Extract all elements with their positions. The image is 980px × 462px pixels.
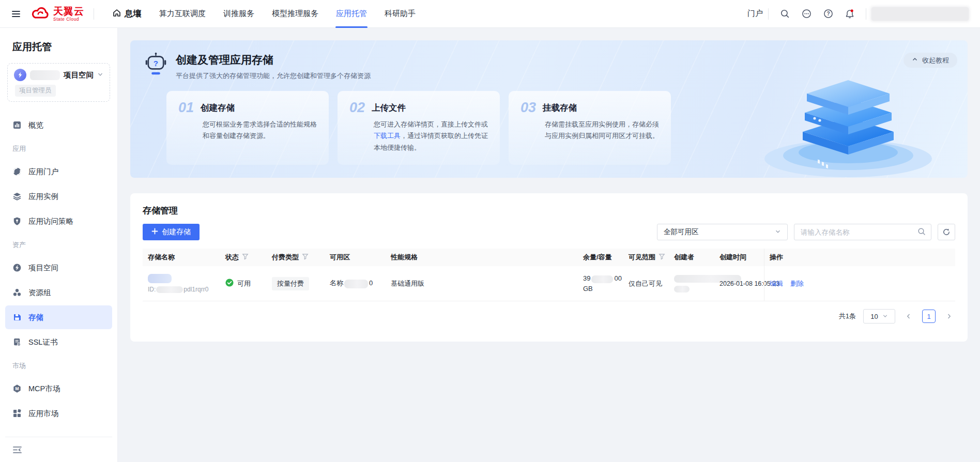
col-status: 状态 xyxy=(220,249,267,266)
project-name-suffix: 项目空间 xyxy=(64,70,94,80)
sidebar-item-overview[interactable]: 概览 xyxy=(5,113,112,137)
robot-help-icon: ? xyxy=(144,52,168,79)
pagination: 共1条 10 1 xyxy=(143,309,955,324)
nav-item-training[interactable]: 训推服务 xyxy=(215,0,263,28)
pay-type-tag: 按量付费 xyxy=(272,277,309,290)
storage-id-redacted xyxy=(156,286,183,293)
svg-text:?: ? xyxy=(826,11,830,17)
sidebar-footer xyxy=(5,437,112,457)
next-page-icon[interactable] xyxy=(943,310,955,322)
nav-item-xirang[interactable]: 息壤 xyxy=(103,0,150,28)
search-icon[interactable] xyxy=(917,227,926,237)
sidebar-item-ssl[interactable]: SSL证书 xyxy=(5,330,112,354)
col-visibility: 可见范围 xyxy=(623,249,669,266)
filter-icon[interactable] xyxy=(302,253,309,261)
col-created-time: 创建时间 xyxy=(714,249,764,266)
delete-link[interactable]: 删除 xyxy=(790,279,804,288)
sidebar-item-mcp-market[interactable]: M MCP市场 xyxy=(5,377,112,401)
notification-bell-icon[interactable] xyxy=(843,7,857,21)
capacity-redacted xyxy=(591,275,613,283)
sidebar-item-app-instance[interactable]: 应用实例 xyxy=(5,184,112,208)
step-description: 您可进入存储详情页，直接上传文件或下载工具，通过详情页获取的上传凭证本地便捷传输… xyxy=(374,119,488,153)
sidebar-item-resource-group[interactable]: 资源组 xyxy=(5,281,112,304)
filter-icon[interactable] xyxy=(242,253,249,261)
brand-logo[interactable]: 天翼云 State Cloud xyxy=(31,6,84,22)
storage-toolbar: 创建存储 全部可用区 xyxy=(143,224,955,240)
cell-visibility: 仅自己可见 xyxy=(623,279,669,288)
step-number: 01 xyxy=(178,101,194,115)
cell-storage-name: ID:pdl1rqrr0 xyxy=(143,274,220,293)
zone-filter-select[interactable]: 全部可用区 xyxy=(657,224,788,240)
hexagon-m-icon: M xyxy=(12,384,22,393)
chevron-down-icon xyxy=(882,313,888,320)
zone-redacted xyxy=(344,280,368,288)
page-size-select[interactable]: 10 xyxy=(863,309,895,324)
help-icon[interactable]: ? xyxy=(821,7,835,21)
lightning-circle-icon xyxy=(12,263,22,272)
user-account-redacted[interactable] xyxy=(871,7,969,21)
svg-text:?: ? xyxy=(154,59,158,68)
nav-item-hosting[interactable]: 应用托管 xyxy=(327,0,376,28)
edit-link[interactable]: 编辑 xyxy=(770,279,783,288)
storage-management-card: 存储管理 创建存储 全部可用区 xyxy=(130,193,968,342)
storage-name-redacted[interactable] xyxy=(148,274,172,283)
cell-created-time: 2026-01-08 16:05:23 xyxy=(714,280,764,287)
chevron-down-icon xyxy=(775,228,781,236)
col-name: 存储名称 xyxy=(143,249,220,266)
col-pay-type: 付费类型 xyxy=(267,249,325,266)
navbar-right: 门户 ? xyxy=(747,7,969,21)
step-card-create: 01创建存储 您可根据业务需求选择合适的性能规格和容量创建存储资源。 xyxy=(166,91,329,165)
project-space-selector[interactable]: 项目空间 项目管理员 xyxy=(7,63,110,102)
hamburger-menu-icon[interactable] xyxy=(9,7,23,21)
project-role-badge: 项目管理员 xyxy=(15,85,56,97)
step-card-mount: 03挂载存储 存储需挂载至应用实例使用，存储必须与应用实例归属相同可用区才可挂载… xyxy=(509,91,671,165)
search-icon[interactable] xyxy=(777,7,792,21)
project-name-redacted xyxy=(30,70,60,80)
sidebar-item-app-market[interactable]: 应用市场 xyxy=(5,402,112,425)
svg-text:M: M xyxy=(15,386,19,391)
cell-status: 可用 xyxy=(220,279,267,288)
filter-icon[interactable] xyxy=(659,253,665,261)
layers-icon xyxy=(12,192,22,201)
sidebar-item-app-portal[interactable]: 应用门户 xyxy=(5,160,112,183)
portal-link[interactable]: 门户 xyxy=(747,9,763,19)
banner-subtitle: 平台提供了强大的存储管理功能，允许您创建和管理多个存储资源 xyxy=(176,71,371,81)
refresh-button[interactable] xyxy=(938,224,955,240)
sidebar-group-market: 市场 xyxy=(5,355,112,377)
step-number: 03 xyxy=(520,101,536,115)
brand-subtitle: State Cloud xyxy=(53,17,84,22)
sidebar-item-storage[interactable]: 存储 xyxy=(5,305,112,329)
table-row: ID:pdl1rqrr0 可用 按量付费 名称0 xyxy=(143,266,955,301)
sidebar-item-access-policy[interactable]: 应用访问策略 xyxy=(5,209,112,233)
prev-page-icon[interactable] xyxy=(902,310,915,322)
chevron-up-icon xyxy=(912,56,918,64)
create-storage-button[interactable]: 创建存储 xyxy=(143,224,200,240)
sidebar-group-app: 应用 xyxy=(5,138,112,160)
nav-item-inference[interactable]: 模型推理服务 xyxy=(263,0,327,28)
collapse-tutorial-button[interactable]: 收起教程 xyxy=(904,53,957,68)
step-description: 您可根据业务需求选择合适的性能规格和容量创建存储资源。 xyxy=(203,119,317,142)
storage-id: ID:pdl1rqrr0 xyxy=(148,286,215,293)
tutorial-steps: 01创建存储 您可根据业务需求选择合适的性能规格和容量创建存储资源。 02上传文… xyxy=(166,91,954,165)
download-tool-link[interactable]: 下载工具 xyxy=(374,132,401,140)
sidebar-item-project-space[interactable]: 项目空间 xyxy=(5,256,112,280)
storage-search-input[interactable] xyxy=(801,228,917,236)
cell-operations: 编辑 删除 xyxy=(764,266,955,301)
top-navbar: 天翼云 State Cloud 息壤 算力互联调度 训推服务 模型推理服务 应用… xyxy=(0,0,980,28)
nav-item-dispatch[interactable]: 算力互联调度 xyxy=(150,0,215,28)
storage-search-box xyxy=(794,224,931,240)
chevron-down-icon xyxy=(97,71,103,79)
col-creator: 创建者 xyxy=(669,249,714,266)
nav-item-research[interactable]: 科研助手 xyxy=(376,0,424,28)
cell-creator xyxy=(669,274,714,292)
step-title: 上传文件 xyxy=(372,102,406,114)
storage-disk-icon xyxy=(12,313,22,322)
cell-pay-type: 按量付费 xyxy=(267,277,325,290)
sidebar-collapse-icon[interactable] xyxy=(12,444,24,455)
sidebar: 应用托管 项目空间 项目管理员 xyxy=(0,28,118,462)
more-apps-icon[interactable] xyxy=(799,7,814,21)
sidebar-group-asset: 资产 xyxy=(5,234,112,256)
cell-zone: 名称0 xyxy=(325,279,386,288)
certificate-icon xyxy=(12,337,22,347)
current-page-button[interactable]: 1 xyxy=(922,310,936,323)
